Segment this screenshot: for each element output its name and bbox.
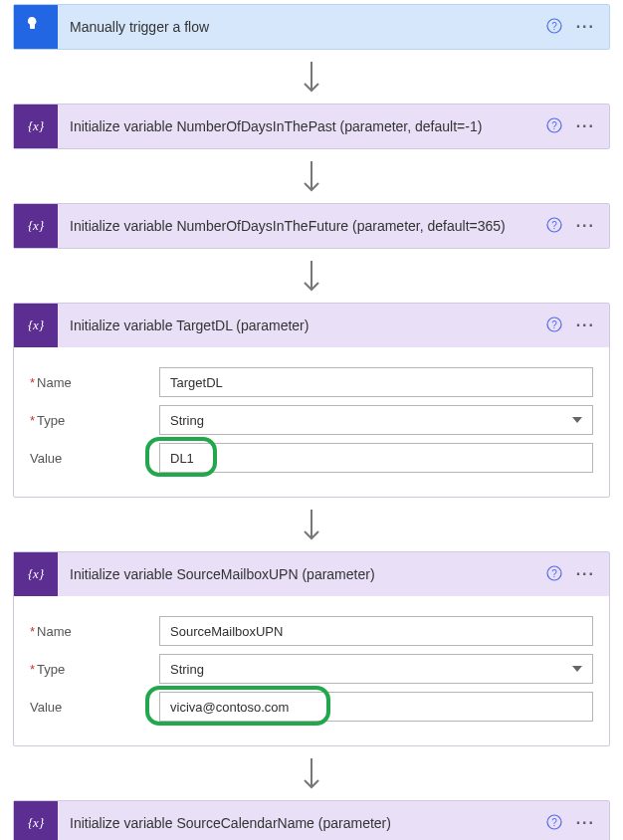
variable-card: {x}Initialize variable NumberOfDaysInThe… — [13, 203, 610, 249]
svg-text:{x}: {x} — [28, 317, 45, 332]
svg-text:?: ? — [551, 119, 557, 130]
value-label: Value — [30, 700, 159, 715]
card-actions: ?··· — [546, 18, 609, 37]
variable-icon: {x} — [14, 304, 58, 347]
card-actions: ?··· — [546, 565, 609, 584]
arrow-connector — [300, 259, 323, 297]
help-icon[interactable]: ? — [546, 565, 562, 584]
type-select[interactable]: String — [159, 654, 593, 684]
name-input[interactable]: SourceMailboxUPN — [159, 616, 593, 646]
type-select[interactable]: String — [159, 405, 593, 435]
card-header[interactable]: {x}Initialize variable SourceCalendarNam… — [14, 801, 609, 840]
name-input[interactable]: TargetDL — [159, 367, 593, 397]
arrow-connector — [300, 508, 323, 545]
svg-text:{x}: {x} — [28, 218, 45, 233]
value-input[interactable]: DL1 — [159, 443, 593, 473]
card-title: Initialize variable SourceCalendarName (… — [70, 815, 534, 831]
card-actions: ?··· — [546, 217, 609, 236]
name-label: Name — [30, 375, 159, 390]
more-menu-icon[interactable]: ··· — [576, 317, 595, 333]
card-title: Initialize variable TargetDL (parameter) — [70, 317, 534, 333]
help-icon[interactable]: ? — [546, 117, 562, 136]
card-header[interactable]: {x}Initialize variable NumberOfDaysInThe… — [14, 204, 609, 248]
card-header[interactable]: {x}Initialize variable NumberOfDaysInThe… — [14, 105, 609, 148]
arrow-connector — [300, 159, 323, 197]
trigger-card: Manually trigger a flow?··· — [13, 4, 610, 50]
svg-text:?: ? — [551, 20, 557, 31]
svg-text:?: ? — [551, 816, 557, 827]
card-actions: ?··· — [546, 814, 609, 833]
more-menu-icon[interactable]: ··· — [576, 815, 595, 831]
variable-icon: {x} — [14, 552, 58, 596]
svg-text:?: ? — [551, 219, 557, 230]
more-menu-icon[interactable]: ··· — [576, 566, 595, 582]
variable-icon: {x} — [14, 204, 58, 248]
card-header[interactable]: {x}Initialize variable SourceMailboxUPN … — [14, 552, 609, 596]
name-label: Name — [30, 624, 159, 639]
help-icon[interactable]: ? — [546, 316, 562, 335]
variable-card: {x}Initialize variable TargetDL (paramet… — [13, 303, 610, 498]
card-title: Initialize variable NumberOfDaysInTheFut… — [70, 218, 534, 234]
value-input[interactable]: viciva@contoso.com — [159, 692, 593, 722]
card-header[interactable]: {x}Initialize variable TargetDL (paramet… — [14, 304, 609, 347]
card-body: NameSourceMailboxUPNTypeStringValueviciv… — [14, 596, 609, 745]
card-header[interactable]: Manually trigger a flow?··· — [14, 5, 609, 49]
help-icon[interactable]: ? — [546, 18, 562, 37]
more-menu-icon[interactable]: ··· — [576, 218, 595, 234]
card-actions: ?··· — [546, 316, 609, 335]
variable-icon: {x} — [14, 105, 58, 148]
more-menu-icon[interactable]: ··· — [576, 118, 595, 134]
variable-icon: {x} — [14, 801, 58, 840]
card-title: Manually trigger a flow — [70, 19, 534, 35]
variable-card: {x}Initialize variable SourceCalendarNam… — [13, 800, 610, 840]
card-body: NameTargetDLTypeStringValueDL1 — [14, 347, 609, 497]
svg-text:{x}: {x} — [28, 566, 45, 581]
svg-text:{x}: {x} — [28, 815, 45, 830]
more-menu-icon[interactable]: ··· — [576, 19, 595, 35]
svg-text:?: ? — [551, 318, 557, 329]
card-title: Initialize variable SourceMailboxUPN (pa… — [70, 566, 534, 582]
type-label: Type — [30, 662, 159, 677]
variable-card: {x}Initialize variable SourceMailboxUPN … — [13, 551, 610, 746]
variable-card: {x}Initialize variable NumberOfDaysInThe… — [13, 104, 610, 149]
touch-icon — [14, 5, 58, 49]
value-label: Value — [30, 451, 159, 466]
type-label: Type — [30, 413, 159, 428]
help-icon[interactable]: ? — [546, 217, 562, 236]
help-icon[interactable]: ? — [546, 814, 562, 833]
card-actions: ?··· — [546, 117, 609, 136]
card-title: Initialize variable NumberOfDaysInThePas… — [70, 118, 534, 134]
arrow-connector — [300, 60, 323, 98]
svg-text:{x}: {x} — [28, 118, 45, 133]
arrow-connector — [300, 756, 323, 794]
svg-text:?: ? — [551, 567, 557, 578]
